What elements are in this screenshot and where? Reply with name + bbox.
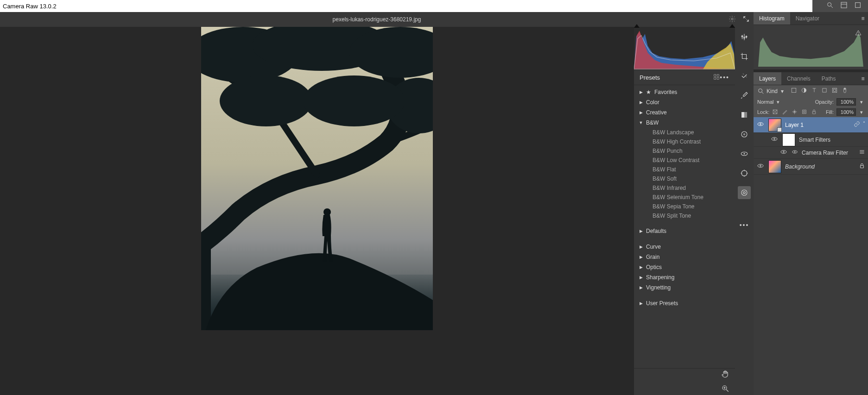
preset-group[interactable]: ▶Color [634, 97, 735, 107]
opacity-value[interactable]: 100% [836, 98, 856, 106]
layer-row[interactable]: Camera Raw Filter [754, 147, 868, 159]
preset-group-label: Grain [646, 254, 659, 260]
chevron-right-icon: ▶ [639, 255, 643, 259]
layer-name[interactable]: Layer 1 [785, 122, 850, 128]
visibility-eye-icon[interactable] [756, 162, 765, 171]
lock-all-icon[interactable] [811, 109, 817, 116]
layer-row[interactable]: Background [754, 159, 868, 175]
gradient-tool[interactable] [738, 108, 751, 121]
chevron-down-icon[interactable]: ▾ [779, 88, 785, 94]
tab-paths[interactable]: Paths [816, 72, 842, 85]
filter-smart-icon[interactable] [831, 87, 838, 95]
filter-adjust-icon[interactable] [801, 87, 807, 95]
canvas-area[interactable] [0, 27, 634, 395]
layer-name[interactable]: Background [785, 163, 855, 170]
filter-shape-icon[interactable] [821, 87, 828, 95]
preset-item[interactable]: B&W Punch [634, 146, 735, 156]
preset-item[interactable]: B&W Selenium Tone [634, 193, 735, 202]
preset-group[interactable]: ▶Optics [634, 262, 735, 272]
visibility-eye-icon[interactable] [779, 148, 788, 157]
more-tools[interactable]: ••• [738, 219, 751, 232]
heal-tool[interactable] [738, 69, 751, 82]
preset-item[interactable]: B&W Low Contrast [634, 156, 735, 165]
layer-name[interactable]: Camera Raw Filter [802, 150, 855, 156]
histogram-panel-menu[interactable]: ≡ [858, 12, 868, 25]
search-icon[interactable] [826, 1, 834, 11]
preset-group-label: Optics [646, 264, 662, 270]
shadow-clip-indicator[interactable] [634, 24, 640, 28]
histogram-cache-warning-icon[interactable] [855, 30, 862, 38]
lock-artboard-icon[interactable] [801, 109, 807, 116]
chevron-down-icon[interactable]: ▾ [775, 99, 781, 105]
preset-item[interactable]: B&W Landscape [634, 128, 735, 137]
eyedropper-tool[interactable] [738, 89, 751, 102]
preset-group[interactable]: ▶Creative [634, 107, 735, 118]
preset-item[interactable]: B&W Infrared [634, 183, 735, 193]
layer-row[interactable]: Layer 1˄ [754, 117, 868, 133]
preset-group-label: Curve [646, 244, 661, 250]
zoom-tool-icon[interactable] [721, 384, 729, 394]
preset-group[interactable]: ▶★Favorites [634, 87, 735, 97]
presets-more-icon[interactable]: ••• [720, 74, 729, 81]
preset-group[interactable]: ▶Sharpening [634, 272, 735, 282]
photo-preview [201, 27, 433, 330]
layer-name[interactable]: Smart Filters [799, 137, 862, 143]
preset-group[interactable]: ▼B&W [634, 118, 735, 128]
edit-tool[interactable] [738, 31, 751, 44]
link-icon[interactable] [854, 121, 860, 129]
layer-row[interactable]: Smart Filters [754, 133, 868, 147]
svg-rect-47 [823, 88, 826, 92]
preset-group[interactable]: ▶Curve [634, 242, 735, 252]
filter-toggle-icon[interactable] [842, 87, 848, 95]
filter-eye-icon[interactable] [792, 149, 798, 157]
lock-position-icon[interactable] [792, 109, 798, 116]
lock-pixels-icon[interactable] [782, 109, 788, 116]
redeye-tool[interactable] [738, 147, 751, 160]
filter-type-icon[interactable] [811, 87, 817, 95]
visibility-eye-icon[interactable] [770, 135, 779, 144]
radial-tool[interactable] [738, 128, 751, 141]
preset-group[interactable]: ▶Grain [634, 252, 735, 262]
preset-group[interactable]: ▶Vignetting [634, 282, 735, 293]
visibility-eye-icon[interactable] [756, 120, 765, 129]
layer-thumbnail[interactable] [782, 133, 795, 146]
highlight-clip-indicator[interactable] [729, 24, 735, 28]
fullscreen-icon[interactable] [742, 15, 750, 24]
tab-layers[interactable]: Layers [754, 72, 781, 85]
ps-histogram[interactable] [754, 25, 868, 69]
gear-icon[interactable] [729, 15, 736, 24]
cr-histogram[interactable] [634, 27, 735, 69]
blend-mode-select[interactable]: Normal [757, 99, 773, 105]
layers-panel-menu[interactable]: ≡ [858, 72, 868, 85]
preset-item[interactable]: B&W Sepia Tone [634, 202, 735, 211]
workspace-icon[interactable] [840, 1, 848, 11]
fill-value[interactable]: 100% [836, 108, 856, 116]
chevron-down-icon[interactable]: ▾ [859, 109, 864, 115]
tab-navigator[interactable]: Navigator [790, 12, 825, 25]
layer-thumbnail[interactable] [768, 119, 781, 132]
presets-tool[interactable] [738, 186, 751, 199]
share-icon[interactable] [854, 1, 862, 11]
filter-blend-icon[interactable] [859, 149, 865, 157]
preset-item[interactable]: B&W Soft [634, 174, 735, 183]
tab-histogram[interactable]: Histogram [754, 12, 790, 25]
lock-icon[interactable] [859, 163, 865, 170]
preset-item[interactable]: B&W Split Tone [634, 211, 735, 220]
layer-thumbnail[interactable] [768, 160, 781, 173]
crop-tool[interactable] [738, 50, 751, 63]
svg-rect-48 [832, 88, 836, 92]
targeted-tool[interactable] [738, 167, 751, 180]
preset-group[interactable]: ▶User Presets [634, 298, 735, 308]
chevron-up-icon[interactable]: ˄ [863, 121, 865, 129]
lock-transparency-icon[interactable] [772, 109, 778, 116]
chevron-down-icon[interactable]: ▾ [859, 99, 864, 105]
filter-kind-label[interactable]: Kind [767, 88, 778, 94]
filter-pixel-icon[interactable] [791, 87, 797, 95]
tab-channels[interactable]: Channels [781, 72, 816, 85]
preset-item[interactable]: B&W Flat [634, 165, 735, 174]
preset-item[interactable]: B&W High Contrast [634, 137, 735, 146]
chevron-right-icon: ▶ [639, 285, 643, 290]
hand-tool-icon[interactable] [721, 370, 729, 380]
presets-grid-icon[interactable] [709, 74, 720, 82]
preset-group[interactable]: ▶Defaults [634, 226, 735, 236]
